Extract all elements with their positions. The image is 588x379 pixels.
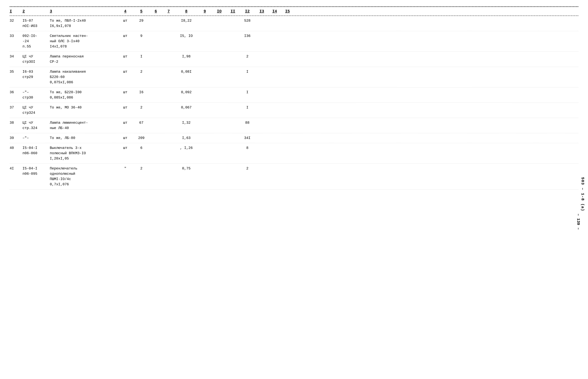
cell-unit: шт bbox=[117, 145, 133, 151]
cell-desc: Лампа переносная СР-2 bbox=[50, 54, 117, 64]
cell-col8: I5, IO bbox=[175, 33, 198, 39]
cell-num: 37 bbox=[10, 105, 22, 110]
cell-num: 36 bbox=[10, 90, 22, 95]
cell-desc: То же, ЛБ-80 bbox=[50, 135, 117, 141]
side-label-top: 503 – 1-8 (а) bbox=[580, 177, 585, 211]
cell-col5: 2 bbox=[133, 105, 149, 110]
cell-code: ЦI чУ стр3ОI bbox=[22, 54, 50, 64]
cell-num: 33 bbox=[10, 33, 22, 39]
cell-num: 39 bbox=[10, 135, 22, 141]
cell-num: 40 bbox=[10, 145, 22, 151]
table-row: 34 ЦI чУ стр3ОI Лампа переносная СР-2 шт… bbox=[10, 52, 578, 67]
cell-desc: Лампа люминесцент- ные ЛБ-40 bbox=[50, 120, 117, 131]
cell-col5: 2 bbox=[133, 69, 149, 75]
cell-num: 38 bbox=[10, 120, 22, 126]
cell-col5: 29 bbox=[133, 18, 149, 23]
header-col-4: 4 bbox=[117, 9, 133, 14]
header-col-2: 2 bbox=[22, 9, 50, 14]
table-row: 36 –"– стр30 То же, Б220-I00 0,085хI,086… bbox=[10, 87, 578, 103]
cell-num: 4I bbox=[10, 166, 22, 171]
cell-desc: Лампа накаливания Б220-60 0,075хI,086 bbox=[50, 69, 117, 85]
table-row: 37 ЦI чУ стр324 То же, МО 36-40 шт 2 0,0… bbox=[10, 103, 578, 118]
header-col-11: II bbox=[226, 9, 239, 14]
header-col-3: 3 bbox=[50, 9, 117, 14]
cell-code: –"– стр30 bbox=[22, 90, 50, 100]
cell-desc: Выключатель 3-х полюсный ВПКМЗ-IO I,20хI… bbox=[50, 145, 117, 161]
cell-desc: То же, ПВЛ-I-2х40 I6,9хI,078 bbox=[50, 18, 117, 29]
table-row: 4I I5-04-I п06-095 Переключатель однопол… bbox=[10, 164, 578, 190]
cell-unit: " bbox=[117, 166, 133, 171]
cell-col12: 88 bbox=[239, 120, 255, 126]
cell-code: ЦI чУ стр324 bbox=[22, 105, 50, 115]
cell-desc: Светильник настен- ный ОЛС 3-Iх40 I4хI,0… bbox=[50, 33, 117, 49]
cell-col8: I,98 bbox=[175, 54, 198, 59]
cell-num: 32 bbox=[10, 18, 22, 23]
cell-code: I5-04-I п06-095 bbox=[22, 166, 50, 176]
table-row: 38 ЦI чУ стр.324 Лампа люминесцент- ные … bbox=[10, 118, 578, 133]
side-label: 503 – 1-8 (а) – 139 – bbox=[576, 0, 585, 379]
side-label-bottom: – 139 – bbox=[576, 214, 580, 230]
cell-num: 35 bbox=[10, 69, 22, 75]
cell-col12: 528 bbox=[239, 18, 255, 23]
cell-code: 092-IO- -24 п.55 bbox=[22, 33, 50, 49]
table-row: 35 I6-03 стр29 Лампа накаливания Б220-60… bbox=[10, 67, 578, 87]
cell-unit: шт bbox=[117, 69, 133, 75]
cell-unit: шт bbox=[117, 105, 133, 110]
header-col-1: I bbox=[10, 9, 22, 14]
header-col-13: I3 bbox=[255, 9, 268, 14]
table-body: 32 I5-07 пОI-ИО3 То же, ПВЛ-I-2х40 I6,9х… bbox=[10, 16, 578, 190]
cell-col12: I bbox=[239, 90, 255, 95]
cell-col5: 209 bbox=[133, 135, 149, 141]
cell-col8: 0,092 bbox=[175, 90, 198, 95]
header-col-10: IO bbox=[212, 9, 226, 14]
cell-col8: 0,75 bbox=[175, 166, 198, 171]
cell-col8: I,63 bbox=[175, 135, 198, 141]
cell-code: I6-03 стр29 bbox=[22, 69, 50, 80]
cell-code: –"– bbox=[22, 135, 50, 141]
cell-num: 34 bbox=[10, 54, 22, 59]
cell-code: ЦI чУ стр.324 bbox=[22, 120, 50, 131]
cell-unit: шт bbox=[117, 120, 133, 126]
table-row: 39 –"– То же, ЛБ-80 шт 209 I,63 bbox=[10, 133, 578, 143]
cell-unit: шт bbox=[117, 18, 133, 23]
header-col-6: 6 bbox=[149, 9, 162, 14]
cell-col5: 2 bbox=[133, 166, 149, 171]
cell-col8: I,32 bbox=[175, 120, 198, 126]
cell-col12: I bbox=[239, 69, 255, 75]
cell-desc: То же, МО 36-40 bbox=[50, 105, 117, 110]
cell-col5: 67 bbox=[133, 120, 149, 126]
table-row: 32 I5-07 пОI-ИО3 То же, ПВЛ-I-2х40 I6,9х… bbox=[10, 16, 578, 31]
cell-col12: 2 bbox=[239, 54, 255, 59]
cell-col5: 9 bbox=[133, 33, 149, 39]
cell-unit: шт bbox=[117, 54, 133, 59]
cell-col12: 2 bbox=[239, 166, 255, 171]
header-col-14: I4 bbox=[268, 9, 281, 14]
cell-unit: шт bbox=[117, 90, 133, 95]
cell-col5: I bbox=[133, 54, 149, 59]
cell-col12: 8 bbox=[239, 145, 255, 151]
cell-unit: шт bbox=[117, 33, 133, 39]
cell-code: I5-04-I п06-060 bbox=[22, 145, 50, 156]
header-col-15: I5 bbox=[281, 9, 294, 14]
table-row: 40 I5-04-I п06-060 Выключатель 3-х полюс… bbox=[10, 143, 578, 164]
cell-col8: , I,26 bbox=[175, 145, 198, 151]
header-col-9: 9 bbox=[198, 9, 212, 14]
cell-col5: 6 bbox=[133, 145, 149, 151]
cell-col12: 34I bbox=[239, 135, 255, 141]
cell-col5: I6 bbox=[133, 90, 149, 95]
cell-col12: I36 bbox=[239, 33, 255, 39]
cell-desc: Переключатель однополюсный ПШМI-IO/4с 0,… bbox=[50, 166, 117, 187]
cell-col8: I8,22 bbox=[175, 18, 198, 23]
header-col-8: 8 bbox=[175, 9, 198, 14]
header-col-7: 7 bbox=[162, 9, 175, 14]
table-row: 33 092-IO- -24 п.55 Светильник настен- н… bbox=[10, 31, 578, 52]
cell-code: I5-07 пОI-ИО3 bbox=[22, 18, 50, 29]
header-col-5: 5 bbox=[133, 9, 149, 14]
table-header: I 2 3 4 5 6 7 8 9 IO II I2 I3 I4 I5 bbox=[10, 7, 578, 16]
header-col-12: I2 bbox=[239, 9, 255, 14]
cell-col8: 0,067 bbox=[175, 105, 198, 110]
cell-unit: шт bbox=[117, 135, 133, 141]
cell-col12: I bbox=[239, 105, 255, 110]
cell-col8: 0,08I bbox=[175, 69, 198, 75]
cell-desc: То же, Б220-I00 0,085хI,086 bbox=[50, 90, 117, 100]
